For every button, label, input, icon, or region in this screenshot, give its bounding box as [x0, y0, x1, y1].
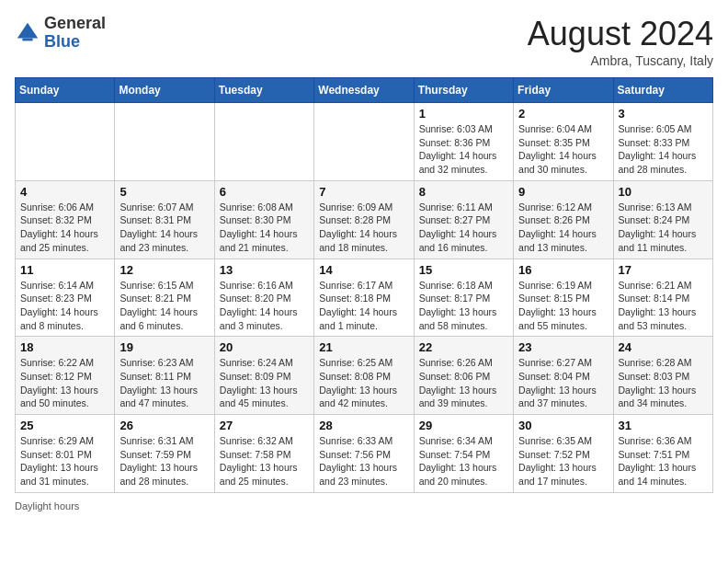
- calendar-cell: 13Sunrise: 6:16 AM Sunset: 8:20 PM Dayli…: [214, 259, 313, 337]
- logo-text: General Blue: [44, 15, 106, 52]
- day-info: Sunrise: 6:03 AM Sunset: 8:36 PM Dayligh…: [419, 122, 508, 177]
- day-number: 4: [20, 185, 109, 199]
- calendar-cell: 7Sunrise: 6:09 AM Sunset: 8:28 PM Daylig…: [314, 180, 414, 259]
- day-info: Sunrise: 6:34 AM Sunset: 7:54 PM Dayligh…: [419, 434, 508, 488]
- calendar-cell: 31Sunrise: 6:36 AM Sunset: 7:51 PM Dayli…: [613, 415, 712, 493]
- day-info: Sunrise: 6:12 AM Sunset: 8:26 PM Dayligh…: [518, 201, 608, 255]
- day-info: Sunrise: 6:14 AM Sunset: 8:23 PM Dayligh…: [20, 279, 109, 333]
- day-info: Sunrise: 6:08 AM Sunset: 8:30 PM Dayligh…: [220, 201, 309, 255]
- day-info: Sunrise: 6:31 AM Sunset: 7:59 PM Dayligh…: [119, 434, 209, 488]
- day-info: Sunrise: 6:04 AM Sunset: 8:35 PM Dayligh…: [518, 122, 608, 177]
- calendar-cell: 25Sunrise: 6:29 AM Sunset: 8:01 PM Dayli…: [16, 415, 115, 493]
- day-number: 25: [20, 419, 109, 432]
- calendar-cell: 19Sunrise: 6:23 AM Sunset: 8:11 PM Dayli…: [115, 337, 214, 415]
- calendar-cell: 4Sunrise: 6:06 AM Sunset: 8:32 PM Daylig…: [16, 180, 115, 259]
- day-info: Sunrise: 6:28 AM Sunset: 8:03 PM Dayligh…: [619, 356, 708, 410]
- day-info: Sunrise: 6:09 AM Sunset: 8:28 PM Dayligh…: [319, 201, 408, 255]
- day-number: 22: [419, 340, 508, 354]
- calendar-cell: 14Sunrise: 6:17 AM Sunset: 8:18 PM Dayli…: [314, 259, 414, 337]
- calendar-cell: 16Sunrise: 6:19 AM Sunset: 8:15 PM Dayli…: [514, 259, 613, 337]
- day-info: Sunrise: 6:16 AM Sunset: 8:20 PM Dayligh…: [220, 279, 309, 333]
- title-block: August 2024 Ambra, Tuscany, Italy: [528, 15, 713, 68]
- calendar-cell: 22Sunrise: 6:26 AM Sunset: 8:06 PM Dayli…: [414, 337, 513, 415]
- calendar-cell: 17Sunrise: 6:21 AM Sunset: 8:14 PM Dayli…: [613, 259, 712, 337]
- day-number: 21: [319, 340, 408, 354]
- day-info: Sunrise: 6:07 AM Sunset: 8:31 PM Dayligh…: [119, 201, 209, 255]
- daylight-label: Daylight hours: [15, 500, 79, 511]
- day-info: Sunrise: 6:35 AM Sunset: 7:52 PM Dayligh…: [518, 434, 608, 488]
- calendar-cell: [115, 103, 214, 181]
- day-number: 11: [20, 263, 109, 277]
- day-info: Sunrise: 6:26 AM Sunset: 8:06 PM Dayligh…: [419, 356, 508, 410]
- logo-icon: [15, 20, 40, 46]
- calendar-week-2: 4Sunrise: 6:06 AM Sunset: 8:32 PM Daylig…: [16, 180, 713, 259]
- day-number: 10: [619, 185, 708, 199]
- calendar-cell: 8Sunrise: 6:11 AM Sunset: 8:27 PM Daylig…: [414, 180, 513, 259]
- day-info: Sunrise: 6:23 AM Sunset: 8:11 PM Dayligh…: [119, 356, 209, 410]
- day-info: Sunrise: 6:32 AM Sunset: 7:58 PM Dayligh…: [220, 434, 309, 488]
- day-number: 20: [220, 340, 309, 354]
- day-number: 16: [518, 263, 608, 277]
- day-info: Sunrise: 6:06 AM Sunset: 8:32 PM Dayligh…: [20, 201, 109, 255]
- weekday-header-sunday: Sunday: [16, 78, 115, 103]
- calendar-cell: 10Sunrise: 6:13 AM Sunset: 8:24 PM Dayli…: [613, 180, 712, 259]
- weekday-header-monday: Monday: [115, 78, 214, 103]
- day-number: 28: [319, 419, 408, 432]
- weekday-header-saturday: Saturday: [613, 78, 712, 103]
- day-number: 15: [419, 263, 508, 277]
- calendar-week-5: 25Sunrise: 6:29 AM Sunset: 8:01 PM Dayli…: [16, 415, 713, 493]
- day-number: 9: [518, 185, 608, 199]
- calendar-cell: 29Sunrise: 6:34 AM Sunset: 7:54 PM Dayli…: [414, 415, 513, 493]
- day-info: Sunrise: 6:24 AM Sunset: 8:09 PM Dayligh…: [220, 356, 309, 410]
- day-info: Sunrise: 6:22 AM Sunset: 8:12 PM Dayligh…: [20, 356, 109, 410]
- calendar-cell: 5Sunrise: 6:07 AM Sunset: 8:31 PM Daylig…: [115, 180, 214, 259]
- day-number: 18: [20, 340, 109, 354]
- calendar-cell: 26Sunrise: 6:31 AM Sunset: 7:59 PM Dayli…: [115, 415, 214, 493]
- day-info: Sunrise: 6:27 AM Sunset: 8:04 PM Dayligh…: [518, 356, 608, 410]
- day-number: 23: [518, 340, 608, 354]
- day-number: 7: [319, 185, 408, 199]
- calendar-cell: 3Sunrise: 6:05 AM Sunset: 8:33 PM Daylig…: [613, 103, 712, 181]
- weekday-header-wednesday: Wednesday: [314, 78, 414, 103]
- calendar-table: SundayMondayTuesdayWednesdayThursdayFrid…: [15, 77, 713, 493]
- day-info: Sunrise: 6:05 AM Sunset: 8:33 PM Dayligh…: [619, 122, 708, 177]
- day-info: Sunrise: 6:21 AM Sunset: 8:14 PM Dayligh…: [619, 279, 708, 333]
- location: Ambra, Tuscany, Italy: [528, 53, 713, 68]
- calendar-cell: [314, 103, 414, 181]
- day-number: 29: [419, 419, 508, 432]
- day-number: 17: [619, 263, 708, 277]
- calendar-cell: 27Sunrise: 6:32 AM Sunset: 7:58 PM Dayli…: [214, 415, 313, 493]
- weekday-header-tuesday: Tuesday: [214, 78, 313, 103]
- day-number: 19: [119, 340, 209, 354]
- calendar-cell: 20Sunrise: 6:24 AM Sunset: 8:09 PM Dayli…: [214, 337, 313, 415]
- page-header: General Blue August 2024 Ambra, Tuscany,…: [15, 15, 713, 68]
- calendar-cell: 2Sunrise: 6:04 AM Sunset: 8:35 PM Daylig…: [514, 103, 613, 181]
- logo: General Blue: [15, 15, 106, 52]
- day-info: Sunrise: 6:11 AM Sunset: 8:27 PM Dayligh…: [419, 201, 508, 255]
- calendar-cell: 21Sunrise: 6:25 AM Sunset: 8:08 PM Dayli…: [314, 337, 414, 415]
- day-number: 26: [119, 419, 209, 432]
- calendar-week-1: 1Sunrise: 6:03 AM Sunset: 8:36 PM Daylig…: [16, 103, 713, 181]
- calendar-cell: 18Sunrise: 6:22 AM Sunset: 8:12 PM Dayli…: [16, 337, 115, 415]
- footer: Daylight hours: [15, 500, 713, 511]
- day-number: 12: [119, 263, 209, 277]
- calendar-week-4: 18Sunrise: 6:22 AM Sunset: 8:12 PM Dayli…: [16, 337, 713, 415]
- month-title: August 2024: [528, 15, 713, 53]
- calendar-cell: [214, 103, 313, 181]
- calendar-week-3: 11Sunrise: 6:14 AM Sunset: 8:23 PM Dayli…: [16, 259, 713, 337]
- day-number: 1: [419, 107, 508, 121]
- day-info: Sunrise: 6:18 AM Sunset: 8:17 PM Dayligh…: [419, 279, 508, 333]
- day-info: Sunrise: 6:17 AM Sunset: 8:18 PM Dayligh…: [319, 279, 408, 333]
- calendar-cell: 15Sunrise: 6:18 AM Sunset: 8:17 PM Dayli…: [414, 259, 513, 337]
- day-number: 2: [518, 107, 608, 121]
- calendar-cell: 9Sunrise: 6:12 AM Sunset: 8:26 PM Daylig…: [514, 180, 613, 259]
- day-info: Sunrise: 6:29 AM Sunset: 8:01 PM Dayligh…: [20, 434, 109, 488]
- calendar-cell: 12Sunrise: 6:15 AM Sunset: 8:21 PM Dayli…: [115, 259, 214, 337]
- day-number: 6: [220, 185, 309, 199]
- day-number: 31: [619, 419, 708, 432]
- day-number: 24: [619, 340, 708, 354]
- day-info: Sunrise: 6:15 AM Sunset: 8:21 PM Dayligh…: [119, 279, 209, 333]
- day-info: Sunrise: 6:33 AM Sunset: 7:56 PM Dayligh…: [319, 434, 408, 488]
- day-info: Sunrise: 6:25 AM Sunset: 8:08 PM Dayligh…: [319, 356, 408, 410]
- day-info: Sunrise: 6:13 AM Sunset: 8:24 PM Dayligh…: [619, 201, 708, 255]
